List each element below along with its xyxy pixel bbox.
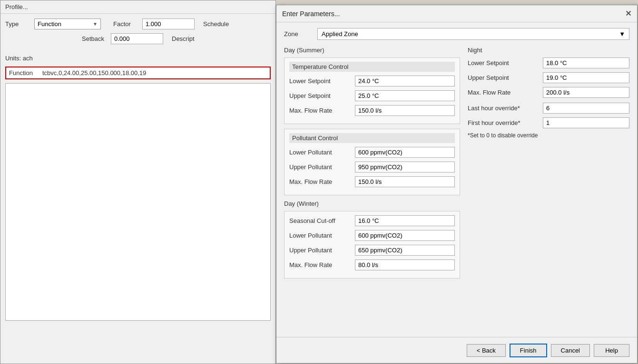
- profile-titlebar: Profile...: [0, 0, 275, 14]
- winter-max-flow-input[interactable]: [355, 259, 455, 270]
- day-upper-pollutant-label: Upper Pollutant: [289, 163, 351, 171]
- pollutant-control-panel: Pollutant Control Lower Pollutant Upper …: [284, 129, 460, 195]
- modal-titlebar: Enter Parameters... ✕: [276, 5, 637, 22]
- night-max-flow-input[interactable]: [543, 87, 629, 98]
- day-winter-panel: Seasonal Cut-off Lower Pollutant Upper P…: [284, 211, 460, 278]
- night-lower-setpoint-group: Lower Setpoint: [468, 57, 629, 68]
- last-hour-label: Last hour override*: [468, 105, 539, 112]
- right-column: Night Lower Setpoint Upper Setpoint Max.…: [468, 47, 629, 283]
- two-col-layout: Day (Summer) Temperature Control Lower S…: [284, 47, 629, 283]
- day-upper-pollutant-input[interactable]: [355, 162, 455, 172]
- function-label: Function: [9, 69, 42, 77]
- type-row: Type Function ▼ Factor Schedule: [5, 19, 271, 29]
- left-column: Day (Summer) Temperature Control Lower S…: [284, 47, 460, 283]
- profile-content: Type Function ▼ Factor Schedule Setback …: [0, 14, 275, 53]
- day-lower-pollutant-input[interactable]: [355, 147, 455, 158]
- winter-upper-pollutant-input[interactable]: [355, 245, 455, 256]
- night-max-flow-label: Max. Flow Rate: [468, 89, 539, 96]
- zone-label: Zone: [284, 30, 313, 38]
- seasonal-cutoff-group: Seasonal Cut-off: [289, 215, 455, 226]
- day-pollutant-max-flow-label: Max. Flow Rate: [289, 178, 351, 185]
- profile-title: Profile...: [5, 3, 28, 10]
- zone-row: Zone Applied Zone ▼: [284, 28, 629, 40]
- back-button[interactable]: < Back: [467, 344, 506, 357]
- finish-button[interactable]: Finish: [510, 344, 547, 357]
- units-label: Units: ach: [0, 53, 275, 64]
- cancel-button[interactable]: Cancel: [551, 344, 590, 357]
- winter-upper-pollutant-label: Upper Pollutant: [289, 247, 351, 254]
- seasonal-cutoff-label: Seasonal Cut-off: [289, 217, 351, 224]
- night-upper-setpoint-group: Upper Setpoint: [468, 72, 629, 83]
- winter-lower-pollutant-input[interactable]: [355, 230, 455, 241]
- schedule-label: Schedule: [203, 20, 229, 28]
- temperature-control-panel: Temperature Control Lower Setpoint Upper…: [284, 57, 460, 124]
- day-upper-setpoint-group: Upper Setpoint: [289, 90, 455, 101]
- zone-dropdown[interactable]: Applied Zone ▼: [317, 28, 629, 40]
- day-max-flow-group: Max. Flow Rate: [289, 105, 455, 116]
- winter-upper-pollutant-group: Upper Pollutant: [289, 245, 455, 256]
- day-lower-pollutant-group: Lower Pollutant: [289, 147, 455, 158]
- factor-label: Factor: [113, 20, 139, 28]
- day-pollutant-max-flow-group: Max. Flow Rate: [289, 176, 455, 187]
- first-hour-input[interactable]: [543, 117, 629, 128]
- profile-window: Profile... Type Function ▼ Factor Schedu…: [0, 0, 276, 364]
- type-dropdown[interactable]: Function ▼: [34, 19, 101, 29]
- day-pollutant-max-flow-input[interactable]: [355, 176, 455, 187]
- day-lower-setpoint-label: Lower Setpoint: [289, 77, 351, 85]
- day-max-flow-input[interactable]: [355, 105, 455, 116]
- note-text: *Set to 0 to disable override: [468, 132, 629, 139]
- temp-control-header: Temperature Control: [289, 62, 455, 72]
- day-max-flow-label: Max. Flow Rate: [289, 107, 351, 114]
- winter-max-flow-group: Max. Flow Rate: [289, 259, 455, 270]
- night-lower-setpoint-input[interactable]: [543, 57, 629, 68]
- day-upper-setpoint-label: Upper Setpoint: [289, 92, 351, 99]
- setback-row: Setback Descript: [5, 33, 271, 44]
- day-lower-setpoint-input[interactable]: [355, 76, 455, 86]
- winter-lower-pollutant-group: Lower Pollutant: [289, 230, 455, 241]
- type-dropdown-arrow: ▼: [93, 21, 98, 27]
- seasonal-cutoff-input[interactable]: [355, 215, 455, 226]
- day-summer-header: Day (Summer): [284, 47, 460, 54]
- modal-body: Zone Applied Zone ▼ Day (Summer) Tempera…: [276, 22, 637, 342]
- night-header: Night: [468, 47, 629, 54]
- modal-footer: < Back Finish Cancel Help: [276, 337, 637, 363]
- type-value: Function: [38, 20, 61, 28]
- setback-input[interactable]: [111, 33, 163, 44]
- function-row: Function tcbvc,0,24.00,25.00,150.000,18.…: [5, 67, 271, 79]
- modal-title: Enter Parameters...: [282, 10, 340, 18]
- winter-max-flow-label: Max. Flow Rate: [289, 261, 351, 268]
- night-upper-setpoint-label: Upper Setpoint: [468, 74, 539, 81]
- type-label: Type: [5, 20, 31, 28]
- zone-value: Applied Zone: [322, 30, 358, 38]
- factor-input[interactable]: [142, 19, 195, 29]
- winter-lower-pollutant-label: Lower Pollutant: [289, 232, 351, 239]
- night-lower-setpoint-label: Lower Setpoint: [468, 59, 539, 67]
- modal-close-button[interactable]: ✕: [625, 9, 631, 18]
- night-section: Night Lower Setpoint Upper Setpoint Max.…: [468, 47, 629, 139]
- first-hour-label: First hour override*: [468, 119, 539, 126]
- zone-dropdown-arrow: ▼: [619, 30, 625, 38]
- pollutant-control-header: Pollutant Control: [289, 133, 455, 143]
- help-button[interactable]: Help: [594, 344, 629, 357]
- first-hour-group: First hour override*: [468, 117, 629, 128]
- setback-label: Setback: [82, 35, 108, 42]
- day-winter-header: Day (Winter): [284, 200, 460, 207]
- last-hour-input[interactable]: [543, 103, 629, 114]
- last-hour-group: Last hour override*: [468, 103, 629, 114]
- day-upper-pollutant-group: Upper Pollutant: [289, 162, 455, 172]
- enter-parameters-dialog: Enter Parameters... ✕ Zone Applied Zone …: [276, 5, 638, 364]
- day-lower-pollutant-label: Lower Pollutant: [289, 149, 351, 156]
- day-upper-setpoint-input[interactable]: [355, 90, 455, 101]
- function-value: tcbvc,0,24.00,25.00,150.000,18.00,19: [42, 69, 267, 77]
- profile-list-area: [5, 83, 271, 321]
- night-max-flow-group: Max. Flow Rate: [468, 87, 629, 98]
- night-upper-setpoint-input[interactable]: [543, 72, 629, 83]
- description-label: Descript: [172, 35, 198, 42]
- day-lower-setpoint-group: Lower Setpoint: [289, 76, 455, 86]
